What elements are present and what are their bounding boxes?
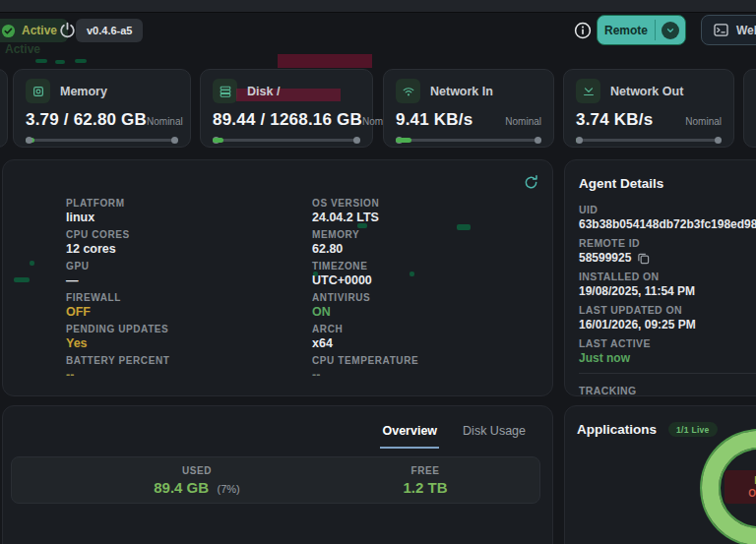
wifi-icon bbox=[396, 79, 420, 103]
field-label: LAST UPDATED ON bbox=[579, 304, 756, 316]
system-info-right-column: OS VERSION 24.04.2 LTS MEMORY 62.80 TIME… bbox=[312, 198, 418, 387]
system-info-panel: PLATFORM linux CPU CORES 12 cores GPU — … bbox=[2, 159, 553, 396]
field-value: Yes bbox=[66, 336, 170, 350]
info-field-firewall: FIREWALL OFF bbox=[66, 292, 170, 324]
agent-field-uid: UID 63b38b054148db72b3fc198ed9817811 bbox=[579, 204, 756, 231]
applications-title: Applications bbox=[577, 422, 657, 437]
field-value: OFF bbox=[66, 305, 170, 319]
field-value: 24.04.2 LTS bbox=[312, 211, 418, 224]
field-value: — bbox=[66, 273, 170, 287]
last-active-value: Just now bbox=[579, 351, 630, 365]
field-label: UID bbox=[579, 204, 756, 215]
live-count-label: 1/1 Live bbox=[676, 425, 710, 435]
tracking-section: TRACKING bbox=[579, 373, 756, 396]
stat-card-memory: Memory 3.79 / 62.80 GB Nominal bbox=[13, 69, 191, 148]
field-value: 12 cores bbox=[66, 242, 170, 256]
disk-usage-summary-row: USED 89.4 GB (7%) FREE 1.2 TB bbox=[11, 456, 540, 504]
field-label: PENDING UPDATES bbox=[66, 324, 170, 334]
used-value: 89.4 GB bbox=[154, 479, 209, 496]
field-label: INSTALLED ON bbox=[579, 271, 756, 282]
stat-card-disk: Disk / 89.44 / 1268.16 GB Nominal bbox=[200, 69, 373, 148]
tab-disk-usage[interactable]: Disk Usage bbox=[461, 422, 528, 449]
network-out-icon bbox=[576, 79, 600, 103]
stat-label: Network In bbox=[430, 85, 493, 98]
stat-label: Disk / bbox=[247, 85, 280, 98]
stat-value: 3.79 / 62.80 GB bbox=[26, 110, 147, 130]
version-label: v0.4.6-a5 bbox=[87, 25, 132, 36]
info-field-arch: ARCH x64 bbox=[312, 324, 418, 355]
info-field-pending-updates: PENDING UPDATES Yes bbox=[66, 324, 170, 355]
stat-card-offscreen-right bbox=[743, 69, 756, 148]
last-updated-value: 16/01/2026, 09:25 PM bbox=[579, 318, 696, 332]
live-count-badge: 1/1 Live bbox=[668, 422, 718, 437]
tooltip-offline-count: Offline: 0 bbox=[730, 487, 756, 500]
info-field-os-version: OS VERSION 24.04.2 LTS bbox=[312, 198, 418, 229]
info-field-memory: MEMORY 62.80 bbox=[312, 229, 418, 261]
stat-value: 3.74 KB/s bbox=[576, 110, 653, 130]
field-value: UTC+0000 bbox=[312, 273, 418, 287]
capture-artifact bbox=[75, 59, 87, 63]
remote-dropdown-toggle[interactable] bbox=[656, 16, 685, 44]
field-value: -- bbox=[312, 368, 418, 382]
used-label: USED bbox=[154, 465, 240, 476]
installed-on-value: 19/08/2025, 11:54 PM bbox=[579, 284, 695, 298]
used-cell: USED 89.4 GB (7%) bbox=[154, 465, 240, 497]
remote-id-value: 58599925 bbox=[579, 251, 631, 265]
free-cell: FREE 1.2 TB bbox=[403, 465, 447, 497]
field-label: REMOTE ID bbox=[579, 237, 756, 249]
agent-dashboard: Active v0.4.6-a5 Remote bbox=[0, 0, 756, 544]
stat-label: Memory bbox=[60, 85, 107, 98]
info-field-platform: PLATFORM linux bbox=[66, 198, 170, 229]
info-field-antivirus: ANTIVIRUS ON bbox=[312, 292, 418, 324]
power-icon[interactable] bbox=[58, 21, 77, 39]
free-label: FREE bbox=[403, 465, 447, 476]
stat-label: Network Out bbox=[610, 85, 683, 98]
agent-field-remote-id: REMOTE ID 58599925 bbox=[579, 237, 756, 265]
field-value: linux bbox=[66, 211, 170, 224]
disk-overview-panel: Overview Disk Usage USED 89.4 GB (7%) FR… bbox=[2, 405, 553, 544]
info-field-cpu-temperature: CPU TEMPERATURE -- bbox=[312, 355, 418, 387]
field-value: 62.80 bbox=[312, 242, 418, 256]
info-icon[interactable] bbox=[574, 22, 592, 39]
terminal-icon bbox=[714, 24, 728, 36]
agent-status-label: Active bbox=[22, 24, 57, 37]
info-field-cpu-cores: CPU CORES 12 cores bbox=[66, 229, 170, 261]
field-label: OS VERSION bbox=[312, 198, 418, 209]
field-label: MEMORY bbox=[312, 229, 418, 240]
field-label: FIREWALL bbox=[66, 292, 170, 303]
free-value: 1.2 TB bbox=[403, 479, 447, 496]
disk-icon bbox=[213, 79, 237, 103]
network-out-meter bbox=[576, 137, 722, 144]
stat-status: Nominal bbox=[147, 116, 183, 127]
version-badge: v0.4.6-a5 bbox=[76, 19, 143, 42]
network-in-meter bbox=[396, 137, 541, 144]
donut-tooltip: Live: 1 Offline: 0 bbox=[724, 470, 756, 504]
applications-panel: Applications 1/1 Live Live: 1 Offline: 0 bbox=[564, 405, 756, 544]
field-label: TIMEZONE bbox=[312, 261, 418, 272]
check-circle-icon bbox=[1, 24, 16, 38]
remote-button[interactable]: Remote bbox=[597, 15, 686, 45]
info-field-timezone: TIMEZONE UTC+0000 bbox=[312, 261, 418, 292]
field-label: ANTIVIRUS bbox=[312, 292, 418, 303]
field-label: CPU CORES bbox=[66, 229, 170, 240]
agent-field-last-updated: LAST UPDATED ON 16/01/2026, 09:25 PM bbox=[579, 304, 756, 332]
stat-value: 89.44 / 1268.16 GB bbox=[213, 110, 362, 130]
uid-value: 63b38b054148db72b3fc198ed9817811 bbox=[579, 217, 756, 231]
stat-card-network-in: Network In 9.41 KB/s Nominal bbox=[383, 69, 554, 148]
stat-card-network-out: Network Out 3.74 KB/s Nominal bbox=[563, 69, 734, 148]
window-top-strip bbox=[0, 0, 756, 13]
capture-artifact bbox=[55, 60, 65, 64]
system-info-left-column: PLATFORM linux CPU CORES 12 cores GPU — … bbox=[66, 198, 170, 387]
memory-usage-meter bbox=[26, 137, 178, 144]
copy-icon[interactable] bbox=[637, 252, 650, 265]
refresh-icon[interactable] bbox=[523, 174, 539, 191]
tab-overview[interactable]: Overview bbox=[380, 422, 439, 449]
stat-value: 9.41 KB/s bbox=[396, 110, 472, 130]
web-terminal-button[interactable]: Web Te bbox=[701, 15, 756, 45]
tracking-label: TRACKING bbox=[579, 385, 756, 396]
field-label: GPU bbox=[66, 261, 170, 272]
agent-details-panel: Agent Details UID 63b38b054148db72b3fc19… bbox=[564, 159, 756, 396]
disk-tabs: Overview Disk Usage bbox=[380, 422, 528, 449]
stat-card-offscreen-left bbox=[0, 69, 8, 148]
remote-button-label[interactable]: Remote bbox=[598, 16, 655, 44]
